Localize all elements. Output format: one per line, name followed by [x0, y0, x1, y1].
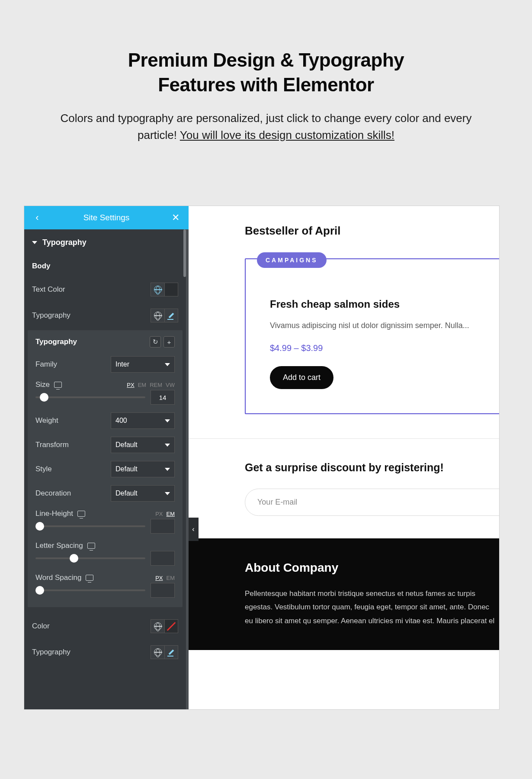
weight-row: Weight 400 — [35, 412, 175, 429]
chevron-down-icon — [165, 444, 170, 447]
size-input[interactable]: 14 — [151, 390, 175, 405]
letter-spacing-row: Letter Spacing — [35, 541, 175, 550]
line-height-units[interactable]: PX EM — [155, 511, 175, 517]
typography-label: Typography — [32, 311, 71, 320]
discount-section: Get a surprise discount by registering! … — [189, 438, 499, 538]
chevron-down-icon — [165, 363, 170, 366]
discount-title: Get a surprise discount by registering! — [245, 461, 499, 474]
letter-spacing-input[interactable] — [151, 551, 175, 566]
color-label: Color — [32, 622, 50, 631]
no-color-icon — [167, 622, 176, 631]
typography-popover: Typography ↻ + Family Inter Size PX — [28, 330, 183, 607]
line-height-row: Line-Height PX EM — [35, 509, 175, 518]
text-color-row: Text Color — [24, 277, 186, 303]
weight-label: Weight — [35, 416, 58, 425]
preview-pane: ‹ Bestseller of April CAMPAIGNS Fresh ch… — [189, 206, 499, 709]
letter-spacing-slider-row — [35, 551, 175, 566]
about-title: About Company — [245, 561, 499, 575]
campaigns-badge: CAMPAIGNS — [257, 252, 327, 268]
chevron-down-icon — [165, 468, 170, 471]
weight-select[interactable]: 400 — [111, 412, 175, 429]
line-height-slider-row — [35, 519, 175, 534]
decoration-row: Decoration Default — [35, 485, 175, 502]
product-title: Fresh cheap salmon sides — [270, 298, 497, 310]
letter-spacing-slider[interactable] — [35, 557, 145, 559]
color-swatch-button[interactable] — [164, 619, 178, 633]
typography-global-button[interactable] — [151, 309, 164, 322]
hero-description: Colors and typography are personalized, … — [0, 110, 532, 170]
transform-row: Transform Default — [35, 437, 175, 453]
caret-down-icon — [32, 241, 37, 244]
hero-heading: Premium Design & Typography Features wit… — [0, 0, 532, 110]
style-select[interactable]: Default — [111, 461, 175, 477]
collapse-handle[interactable]: ‹ — [189, 518, 199, 541]
reset-button[interactable]: ↻ — [150, 336, 161, 348]
line-height-slider[interactable] — [35, 525, 145, 527]
popover-title: Typography — [35, 338, 77, 346]
monitor-icon[interactable] — [87, 543, 95, 549]
family-row: Family Inter — [35, 356, 175, 373]
typography-row-2: Typography — [24, 639, 186, 665]
family-label: Family — [35, 360, 57, 369]
text-color-label: Text Color — [32, 285, 65, 294]
email-input[interactable]: Your E-mail — [245, 489, 499, 516]
typography-label-2: Typography — [32, 648, 71, 657]
style-row: Style Default — [35, 461, 175, 477]
settings-sidebar: ‹ Site Settings ✕ Typography Body Text C… — [24, 206, 189, 709]
color-row: Color — [24, 613, 186, 639]
body-heading: Body — [24, 256, 186, 277]
word-spacing-label: Word Spacing — [35, 573, 93, 582]
letter-spacing-label: Letter Spacing — [35, 541, 95, 550]
transform-select[interactable]: Default — [111, 437, 175, 453]
word-spacing-units[interactable]: PX EM — [155, 575, 175, 581]
product-card: CAMPAIGNS Fresh cheap salmon sides Vivam… — [245, 258, 499, 414]
monitor-icon[interactable] — [86, 575, 93, 581]
word-spacing-slider[interactable] — [35, 589, 145, 591]
pencil-icon — [168, 649, 175, 656]
size-units[interactable]: PX EM REM VW — [127, 382, 175, 388]
text-color-global-button[interactable] — [151, 283, 164, 296]
style-label: Style — [35, 465, 52, 473]
family-select[interactable]: Inter — [111, 356, 175, 373]
globe-icon — [154, 622, 162, 630]
monitor-icon[interactable] — [77, 511, 85, 517]
decoration-label: Decoration — [35, 489, 71, 498]
add-to-cart-button[interactable]: Add to cart — [270, 366, 333, 389]
sidebar-title: Site Settings — [83, 213, 130, 222]
globe-icon — [154, 286, 162, 293]
color-global-button[interactable] — [151, 619, 164, 633]
size-slider[interactable] — [35, 396, 145, 398]
transform-label: Transform — [35, 441, 69, 449]
text-color-swatch-button[interactable] — [164, 283, 178, 296]
back-button[interactable]: ‹ — [32, 212, 42, 223]
page-title: Premium Design & Typography Features wit… — [35, 48, 497, 97]
add-button[interactable]: + — [163, 336, 175, 348]
sidebar-scroll[interactable]: Typography Body Text Color Typography — [24, 229, 189, 709]
line-height-label: Line-Height — [35, 509, 85, 518]
size-row: Size PX EM REM VW — [35, 380, 175, 389]
size-slider-row: 14 — [35, 390, 175, 405]
word-spacing-slider-row — [35, 583, 175, 598]
sidebar-header: ‹ Site Settings ✕ — [24, 206, 189, 229]
typography-edit-button[interactable] — [164, 309, 178, 322]
word-spacing-input[interactable] — [151, 583, 175, 598]
typography-edit-button-2[interactable] — [164, 645, 178, 659]
section-typography-toggle[interactable]: Typography — [24, 229, 186, 256]
chevron-down-icon — [165, 419, 170, 422]
globe-icon — [154, 648, 162, 656]
chevron-down-icon — [165, 492, 170, 495]
line-height-input[interactable] — [151, 519, 175, 534]
product-price: $4.99 – $3.99 — [270, 343, 497, 353]
size-label: Size — [35, 380, 62, 389]
typography-global-button-2[interactable] — [151, 645, 164, 659]
monitor-icon[interactable] — [54, 382, 62, 388]
close-button[interactable]: ✕ — [170, 212, 181, 223]
section-label: Typography — [42, 238, 87, 247]
globe-icon — [154, 312, 162, 319]
decoration-select[interactable]: Default — [111, 485, 175, 502]
editor-window: ‹ Site Settings ✕ Typography Body Text C… — [24, 206, 500, 710]
about-footer: About Company Pellentesque habitant morb… — [189, 538, 499, 650]
word-spacing-row: Word Spacing PX EM — [35, 573, 175, 582]
product-description: Vivamus adipiscing nisl ut dolor digniss… — [270, 320, 497, 332]
about-text: Pellentesque habitant morbi tristique se… — [245, 587, 499, 628]
